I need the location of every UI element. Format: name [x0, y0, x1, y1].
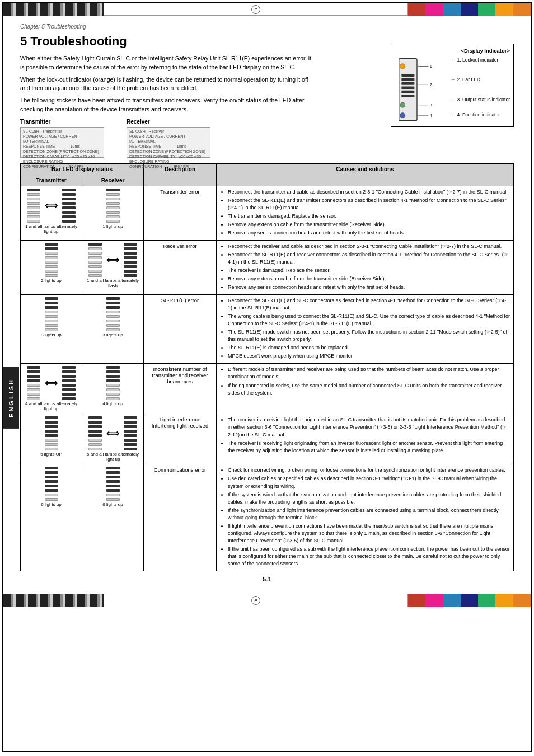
led-bar [45, 485, 58, 487]
led-bar [124, 430, 137, 433]
led-bar [124, 252, 137, 255]
led-diagram-rx-4: 4 lights up [86, 366, 140, 406]
led-bar [106, 388, 120, 391]
arrow-icon: ⟺ [106, 428, 119, 439]
table-row: ⟺ [21, 364, 514, 414]
bottom-bar-left-pattern [3, 594, 104, 607]
led-bar [88, 252, 102, 255]
color-seg-green [478, 3, 495, 16]
cell-transmitter-6: 6 lights up [21, 464, 82, 571]
led-bar [88, 425, 102, 428]
led-bar [45, 489, 58, 492]
chapter-heading: Chapter 5 Troubleshooting [20, 24, 514, 30]
led-bar [106, 489, 120, 492]
color-seg-navy [461, 3, 478, 16]
cause-item: Remove any extension cable from the tran… [228, 275, 510, 283]
cell-causes-5: The receiver is receiving light that ori… [217, 414, 514, 464]
cell-receiver-5: ⟺ [82, 414, 144, 464]
led-stack-rx-2a [88, 243, 102, 277]
table-subheader-transmitter: Transmitter [21, 175, 82, 186]
led-diagram-tx-4: ⟺ [24, 366, 78, 411]
led-bar [45, 261, 58, 264]
led-bar [27, 397, 40, 400]
led-diagram-rx-5: ⟺ [86, 416, 140, 462]
led-bar [106, 384, 120, 387]
led-bar [62, 393, 76, 396]
led-bar [62, 379, 76, 382]
led-bar [27, 370, 40, 373]
cell-transmitter-4: ⟺ [21, 364, 82, 414]
led-bar [106, 211, 120, 214]
led-bar [27, 375, 40, 378]
svg-point-15 [400, 113, 405, 118]
led-stack-rx-2b [124, 243, 137, 277]
led-bar [106, 494, 120, 496]
cell-causes-4: Different models of transmitter and rece… [217, 364, 514, 414]
color-seg-green [478, 594, 495, 607]
led-stack-tx-4b [62, 366, 76, 400]
led-bar [106, 315, 120, 318]
page-number: 5-1 [20, 576, 514, 583]
led-bar [45, 270, 58, 273]
color-seg-yellow [495, 594, 513, 607]
indicator-svg: 1 2 3 [395, 56, 439, 123]
transmitter-sticker-section: Transmitter SL-C08H Transmitter POWER VO… [20, 119, 104, 158]
cause-item: Reconnect the receiver and cable as desc… [228, 243, 510, 250]
page-content: Chapter 5 Troubleshooting <Display Indic… [3, 16, 531, 594]
led-bar [124, 256, 137, 259]
arrow-icon: ⟺ [45, 200, 58, 211]
cell-causes-1: Reconnect the transmitter and cable as d… [217, 186, 514, 240]
causes-list-1: Reconnect the transmitter and cable as d… [220, 189, 510, 237]
led-bar [106, 202, 120, 205]
led-bar [45, 247, 58, 250]
receiver-sticker-section: Receiver SL-C08H Receiver POWER VOLTAGE … [127, 119, 210, 158]
led-caption-rx-1: 1 lights up [102, 224, 123, 229]
led-caption-rx-4: 4 lights up [102, 401, 123, 406]
led-bar [88, 247, 102, 250]
led-bar [106, 297, 120, 300]
cell-causes-3: Reconnect the SL-R11(E) and SL-C connect… [217, 295, 514, 364]
led-bar [124, 270, 137, 273]
led-bar [45, 302, 58, 304]
led-stack-rx-6 [106, 467, 120, 501]
led-bar [45, 430, 58, 433]
led-caption-tx-4: 4 and all lamps alternately light up [24, 401, 78, 411]
top-bar-right-colors [407, 3, 531, 16]
led-bar [106, 328, 120, 331]
led-bar [45, 439, 58, 442]
led-bar [106, 393, 120, 396]
table-row: 3 lights up [21, 295, 514, 364]
led-bar [88, 256, 102, 259]
led-bar [62, 388, 76, 391]
bottom-decoration-bar: ⊕ [3, 594, 531, 606]
top-bar-left-pattern [3, 3, 104, 16]
led-bar [45, 311, 58, 313]
led-bar [106, 302, 120, 304]
led-bar [106, 498, 120, 501]
led-bar [106, 480, 120, 483]
led-bar [45, 476, 58, 478]
cause-item: If the unit has been configured as a sub… [228, 546, 510, 567]
led-caption-tx-2: 2 lights up [41, 278, 61, 283]
led-bar [124, 274, 137, 277]
led-bar [45, 471, 58, 474]
color-seg-red [408, 594, 425, 607]
led-bar [62, 215, 76, 218]
cause-item: The receiver is receiving light that ori… [228, 416, 510, 438]
led-stack-rx-1 [106, 189, 120, 223]
led-bar [45, 256, 58, 259]
indicator-label-1: ← 1. Lockout indicator [451, 56, 510, 64]
causes-list-3: Reconnect the SL-R11(E) and SL-C connect… [220, 297, 510, 360]
led-bar [124, 261, 137, 264]
cell-transmitter-2: 2 lights up [21, 240, 82, 294]
led-bar [27, 189, 40, 191]
led-bar [106, 379, 120, 382]
led-bar [62, 193, 76, 196]
page-frame: ⊕ ENGLISH Chapter 5 Troubleshooting <Dis… [2, 2, 532, 752]
cause-item: Remove any series connection heads and r… [228, 229, 510, 237]
led-bar [45, 480, 58, 483]
led-bar [27, 220, 40, 223]
led-stack-rx-4 [106, 366, 120, 400]
led-diagram-tx-5: 5 lights UP [24, 416, 78, 457]
cause-item: If the synchronization and light interfe… [228, 507, 510, 522]
